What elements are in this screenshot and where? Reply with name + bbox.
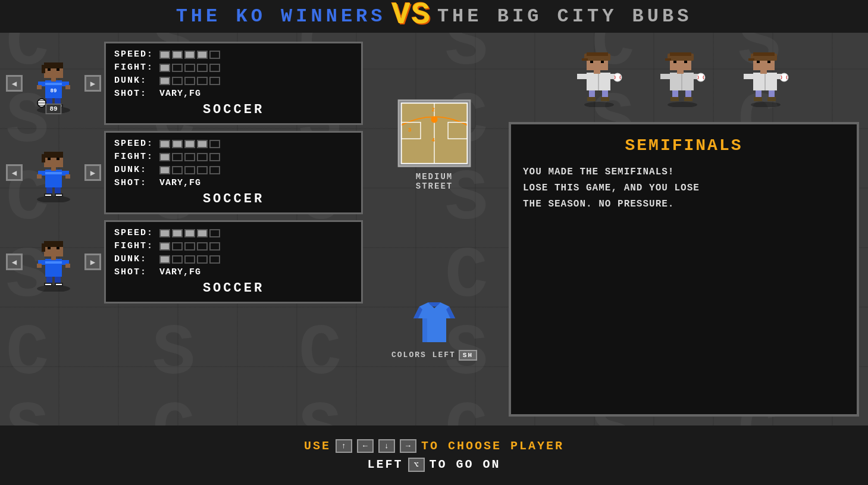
key-up[interactable]: ↑ xyxy=(336,439,352,453)
bar xyxy=(197,153,208,161)
svg-rect-111 xyxy=(767,97,776,101)
center-panel: 3 2 4 MEDIUM STREET COLORS LEFT xyxy=(369,33,500,425)
bar xyxy=(184,242,195,251)
svg-rect-110 xyxy=(754,97,762,101)
dunk-bars-3 xyxy=(159,255,220,264)
stat-fight-1: FIGHT: xyxy=(114,62,353,73)
svg-point-73 xyxy=(584,102,614,107)
player3-svg xyxy=(30,235,77,292)
key-right[interactable]: → xyxy=(400,439,416,453)
use-label: USE xyxy=(304,439,331,453)
svg-rect-94 xyxy=(684,97,692,101)
svg-rect-19 xyxy=(57,68,59,71)
enemy-sprite-2 xyxy=(654,48,714,107)
key-left[interactable]: ← xyxy=(357,439,374,453)
stat-dunk-3: DUNK: xyxy=(114,254,353,264)
player2-arrow-right[interactable]: ▶ xyxy=(84,164,101,181)
bar xyxy=(209,242,220,251)
fight-bars-1 xyxy=(159,64,220,72)
svg-rect-88 xyxy=(590,61,593,63)
svg-rect-121 xyxy=(748,58,754,61)
svg-rect-18 xyxy=(48,68,51,71)
bar xyxy=(209,140,220,148)
instructions-row-1: USE ↑ ← ↓ → TO CHOOSE PLAYER xyxy=(304,439,564,453)
fight-label-2: FIGHT: xyxy=(114,152,156,162)
right-panel: SEMIFINALS YOU MADE THE SEMIFINALS! LOSE… xyxy=(500,33,868,425)
player1-sprite: 89 xyxy=(27,54,80,113)
svg-rect-120 xyxy=(753,52,775,56)
speed-label-2: SPEED: xyxy=(114,139,156,149)
info-title: SEMIFINALS xyxy=(523,136,845,155)
player2-sprite xyxy=(27,143,80,202)
to-choose-label: TO CHOOSE PLAYER xyxy=(421,439,564,453)
enemy2-svg xyxy=(654,48,711,107)
bar xyxy=(197,51,208,59)
player3-arrow-right[interactable]: ▶ xyxy=(84,254,101,270)
stat-shot-1: SHOT: VARY,FG xyxy=(114,89,353,99)
bar xyxy=(159,153,170,161)
bar xyxy=(209,64,220,72)
svg-rect-32 xyxy=(37,174,42,179)
key-down[interactable]: ↓ xyxy=(378,439,395,453)
instructions-row-2: LEFT ⌥ TO GO ON xyxy=(367,458,500,472)
dunk-label-1: DUNK: xyxy=(114,76,156,86)
key-alt[interactable]: ⌥ xyxy=(408,458,425,472)
info-box: SEMIFINALS YOU MADE THE SEMIFINALS! LOSE… xyxy=(509,122,859,417)
svg-rect-122 xyxy=(757,61,760,63)
enemy-row xyxy=(509,42,859,113)
main-content: ◀ xyxy=(0,33,868,425)
svg-rect-77 xyxy=(601,97,609,101)
svg-rect-36 xyxy=(44,152,63,158)
svg-rect-38 xyxy=(48,158,51,160)
svg-point-40 xyxy=(37,285,70,292)
player3-arrow-left[interactable]: ◀ xyxy=(6,254,23,270)
bar xyxy=(197,77,208,85)
dunk-bars-1 xyxy=(159,77,220,85)
svg-point-107 xyxy=(751,102,781,107)
dunk-label-2: DUNK: xyxy=(114,165,156,175)
stat-speed-3: SPEED: xyxy=(114,228,353,238)
bar xyxy=(184,140,195,148)
svg-rect-57 xyxy=(48,247,51,249)
svg-rect-26 xyxy=(45,195,51,196)
bar xyxy=(159,229,170,237)
bar xyxy=(172,153,183,161)
player1-arrow-right[interactable]: ▶ xyxy=(84,75,101,92)
player1-arrow-left[interactable]: ◀ xyxy=(6,75,23,92)
player3-sprite xyxy=(27,232,80,292)
speed-label-3: SPEED: xyxy=(114,228,156,238)
bar xyxy=(197,140,208,148)
info-line-1: YOU MADE THE SEMIFINALS! xyxy=(523,167,674,177)
info-line-3: THE SEASON. NO PRESSURE. xyxy=(523,199,674,209)
player2-svg xyxy=(30,146,77,202)
svg-rect-8 xyxy=(45,83,62,85)
vs-label: VS xyxy=(391,0,431,31)
shot-label-3: SHOT: xyxy=(114,267,156,277)
bar xyxy=(172,242,183,251)
colors-text: COLORS LEFT xyxy=(391,351,456,359)
bar xyxy=(184,229,195,237)
bar xyxy=(172,77,183,85)
player-row-2: ◀ xyxy=(6,131,363,214)
stat-fight-2: FIGHT: xyxy=(114,152,353,162)
header-bar: THE KO WINNERS VS THE BIG CITY BUBS xyxy=(0,0,868,33)
svg-rect-16 xyxy=(44,62,63,68)
team-left-title: THE KO WINNERS xyxy=(176,5,386,27)
bar xyxy=(197,229,208,237)
bar xyxy=(209,255,220,264)
svg-rect-105 xyxy=(673,61,676,63)
player1-badge: 89 xyxy=(45,104,61,114)
shirt-svg xyxy=(408,298,461,345)
svg-rect-86 xyxy=(587,52,608,56)
bottom-bar: USE ↑ ← ↓ → TO CHOOSE PLAYER LEFT ⌥ TO G… xyxy=(0,425,868,485)
player2-arrow-left[interactable]: ◀ xyxy=(6,164,23,181)
svg-point-99 xyxy=(697,73,705,82)
left-label: LEFT xyxy=(367,458,403,471)
court-svg: 3 2 4 xyxy=(396,98,473,169)
fight-bars-3 xyxy=(159,242,220,251)
svg-rect-106 xyxy=(684,61,687,63)
speed-label-1: SPEED: xyxy=(114,49,156,60)
stat-dunk-2: DUNK: xyxy=(114,165,353,175)
svg-rect-89 xyxy=(601,61,604,63)
svg-point-65 xyxy=(431,117,437,123)
